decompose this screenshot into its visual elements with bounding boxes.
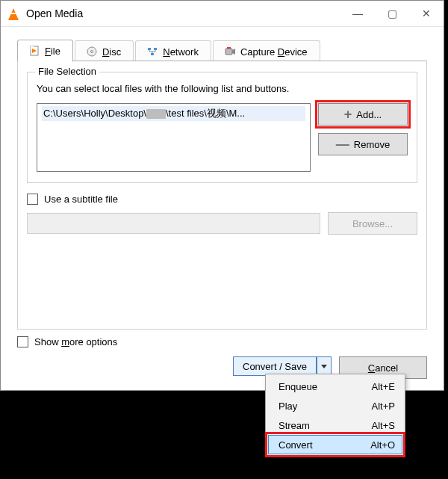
tab-label: Capture Device	[240, 46, 308, 58]
subtitle-checkbox[interactable]	[27, 194, 38, 205]
file-selection-legend: File Selection	[35, 66, 99, 77]
tab-label: Disc	[102, 46, 121, 58]
browse-button: Browse...	[328, 212, 417, 235]
close-button[interactable]: ✕	[409, 1, 444, 26]
add-button[interactable]: + Add...	[318, 103, 408, 126]
svg-rect-6	[154, 48, 157, 50]
add-button-label: Add...	[356, 109, 382, 120]
network-icon	[146, 46, 158, 58]
menu-item-stream[interactable]: Stream Alt+S	[268, 415, 402, 435]
show-more-options-checkbox[interactable]	[17, 336, 28, 347]
tab-label: File	[45, 46, 60, 57]
file-list[interactable]: C:\Users\Holly\Desktop\\test files\视频\M.…	[37, 103, 311, 172]
remove-button-label: Remove	[354, 139, 390, 150]
maximize-button[interactable]: ▢	[375, 1, 409, 26]
menu-accel: Alt+E	[372, 381, 395, 392]
svg-rect-9	[227, 47, 231, 49]
svg-marker-10	[232, 49, 235, 55]
tabstrip: File Disc Network Capture Device	[1, 27, 444, 61]
tab-file[interactable]: File	[17, 40, 73, 62]
svg-rect-5	[148, 48, 151, 50]
tab-network[interactable]: Network	[135, 40, 211, 62]
capture-icon	[224, 46, 236, 58]
tab-capture-device[interactable]: Capture Device	[213, 40, 320, 62]
titlebar: Open Media — ▢ ✕	[1, 1, 444, 27]
remove-button[interactable]: — Remove	[318, 133, 408, 155]
svg-rect-7	[151, 53, 154, 55]
subtitle-path-field	[27, 213, 320, 234]
convert-save-menu: Enqueue Alt+E Play Alt+P Stream Alt+S Co…	[265, 374, 405, 457]
window-controls: — ▢ ✕	[340, 1, 444, 26]
svg-point-4	[90, 51, 93, 53]
menu-accel: Alt+P	[372, 401, 395, 412]
menu-item-play[interactable]: Play Alt+P	[268, 396, 402, 415]
file-selection-group: File Selection You can select local file…	[27, 72, 417, 183]
subtitle-label: Use a subtitle file	[44, 194, 118, 205]
file-list-item[interactable]: C:\Users\Holly\Desktop\\test files\视频\M.…	[42, 106, 305, 121]
open-media-dialog: Open Media — ▢ ✕ File Disc	[0, 0, 444, 391]
menu-item-enqueue[interactable]: Enqueue Alt+E	[268, 377, 402, 396]
vlc-cone-icon	[7, 7, 20, 20]
subtitle-row: Use a subtitle file	[27, 194, 417, 205]
svg-rect-8	[225, 49, 232, 55]
tab-disc[interactable]: Disc	[75, 40, 134, 62]
chevron-down-icon	[321, 365, 327, 368]
file-icon	[28, 45, 40, 57]
menu-accel: Alt+S	[372, 420, 395, 431]
menu-accel: Alt+O	[370, 439, 395, 451]
tab-label: Network	[163, 46, 199, 58]
show-more-options-label: Show more options	[34, 336, 117, 347]
menu-item-convert[interactable]: Convert Alt+O	[268, 435, 402, 454]
window-title: Open Media	[26, 7, 83, 19]
tab-content: File Selection You can select local file…	[17, 61, 427, 330]
file-selection-hint: You can select local files with the foll…	[37, 83, 408, 94]
minimize-button[interactable]: —	[340, 1, 375, 26]
disc-icon	[86, 46, 98, 58]
